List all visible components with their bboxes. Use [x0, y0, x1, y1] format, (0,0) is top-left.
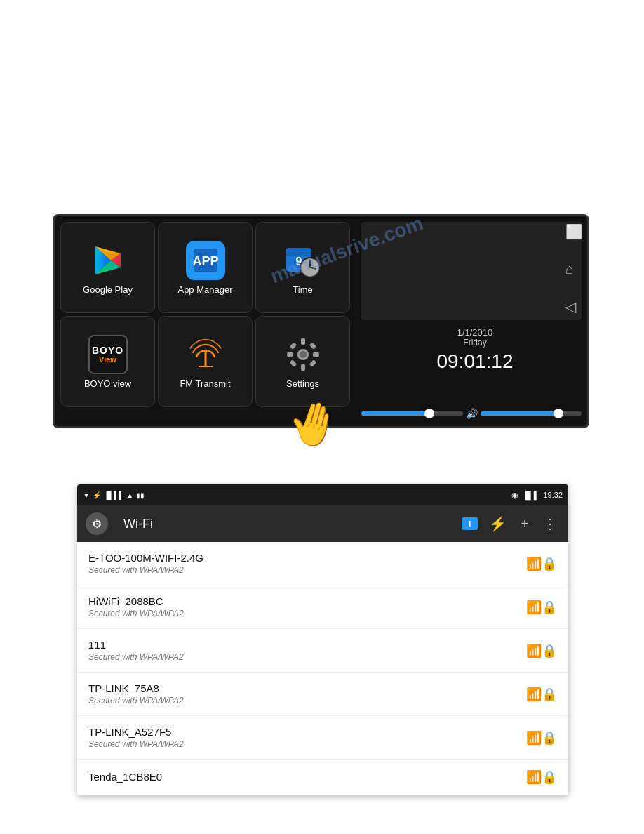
settings-label: Settings: [286, 378, 319, 389]
wifi-toggle-button[interactable]: I: [462, 517, 478, 530]
wifi-status-icon: ▼: [83, 491, 90, 499]
wifi-network-info: Tenda_1CB8E0: [88, 771, 162, 784]
wifi-signal-locked-icon: 📶🔒: [526, 643, 557, 658]
date-display: 1/1/2010: [368, 327, 582, 338]
fm-transmit-icon: [186, 335, 225, 374]
volume-track-right: [481, 411, 582, 416]
status-bar: ▼ ⚡ ▐▌▌▌ ▲ ▮▮ ◉ ▐▌▌ 19:32: [77, 484, 568, 505]
svg-rect-21: [287, 352, 293, 357]
svg-rect-22: [313, 352, 319, 357]
wifi-network-info: TP-LINK_A527F5 Secured with WPA/WPA2: [88, 726, 184, 749]
svg-point-16: [203, 349, 207, 352]
wifi-settings-gear-icon: ⚙: [92, 517, 102, 531]
svg-rect-25: [289, 359, 297, 367]
svg-rect-20: [301, 364, 305, 371]
time-label: Time: [293, 284, 312, 295]
svg-rect-19: [301, 338, 305, 345]
wifi-signal-locked-icon: 📶🔒: [526, 730, 557, 746]
status-bar-right: ◉ ▐▌▌ 19:32: [511, 491, 563, 500]
wifi-network-item[interactable]: Tenda_1CB8E0 📶🔒: [77, 760, 568, 795]
boyo-view-label: BOYO view: [84, 378, 131, 389]
add-network-button[interactable]: +: [518, 513, 532, 535]
wifi-network-name: E-TOO-100M-WIFI-2.4G: [88, 552, 203, 564]
volume-bar[interactable]: 🔊: [361, 408, 582, 419]
wifi-network-name: Tenda_1CB8E0: [88, 771, 162, 783]
wifi-network-item[interactable]: HiWiFi_2088BC Secured with WPA/WPA2 📶🔒: [77, 585, 568, 629]
wifi-network-security: Secured with WPA/WPA2: [88, 739, 184, 749]
wifi-signal-locked-icon: 📶🔒: [526, 687, 557, 702]
day-display: Friday: [368, 338, 582, 348]
wifi-signal-locked-icon: 📶🔒: [526, 600, 557, 615]
video-preview: [361, 222, 582, 320]
wifi-network-item[interactable]: TP-LINK_A527F5 Secured with WPA/WPA2 📶🔒: [77, 716, 568, 760]
nav-back-button[interactable]: ◁: [565, 298, 583, 315]
home-button[interactable]: ⌂: [565, 261, 583, 277]
usb-status-icon: ⚡: [93, 491, 101, 499]
wifi-network-security: Secured with WPA/WPA2: [88, 696, 184, 706]
wifi-network-info: 111 Secured with WPA/WPA2: [88, 639, 184, 662]
wifi-network-info: E-TOO-100M-WIFI-2.4G Secured with WPA/WP…: [88, 552, 203, 575]
app-grid: Google Play APP App Manager: [55, 216, 356, 426]
google-play-label: Google Play: [83, 284, 133, 295]
date-time-panel: 1/1/2010 Friday 09:01:12: [361, 320, 582, 373]
car-right-panel: ⬜ ⌂ ◁ 1/1/2010 Friday 09:01:12 🔊: [356, 216, 587, 426]
wifi-screen: ▼ ⚡ ▐▌▌▌ ▲ ▮▮ ◉ ▐▌▌ 19:32 ⚙ Wi-Fi I ⚡ + …: [77, 484, 568, 795]
wifi-network-security: Secured with WPA/WPA2: [88, 609, 184, 618]
wifi-network-item[interactable]: TP-LINK_75A8 Secured with WPA/WPA2 📶🔒: [77, 673, 568, 716]
svg-text:APP: APP: [192, 254, 218, 268]
volume-knob-left: [424, 409, 434, 418]
app-manager-icon: APP: [186, 241, 225, 280]
app-manager-tile[interactable]: APP App Manager: [158, 222, 253, 313]
volume-icon: 🔊: [466, 408, 478, 419]
wifi-signal-locked-icon: 📶🔒: [526, 769, 557, 785]
volume-knob-right: [554, 409, 563, 418]
wifi-network-item[interactable]: 111 Secured with WPA/WPA2 📶🔒: [77, 629, 568, 673]
app-manager-label: App Manager: [177, 284, 232, 295]
svg-point-18: [300, 351, 307, 358]
fm-transmit-tile[interactable]: FM Transmit: [158, 316, 253, 407]
wifi-network-info: TP-LINK_75A8 Secured with WPA/WPA2: [88, 682, 184, 706]
svg-rect-24: [309, 342, 316, 350]
more-options-button[interactable]: ⋮: [540, 512, 560, 535]
car-head-unit: Google Play APP App Manager: [53, 214, 589, 428]
time-tile[interactable]: 9 Time: [255, 222, 350, 313]
wifi-network-security: Secured with WPA/WPA2: [88, 652, 184, 662]
wifi-network-name: 111: [88, 639, 184, 651]
svg-rect-26: [309, 359, 316, 367]
wifi-header: ⚙ Wi-Fi I ⚡ + ⋮: [77, 505, 568, 542]
wifi-gear-bg: ⚙: [86, 512, 108, 535]
wifi-network-name: TP-LINK_75A8: [88, 682, 184, 694]
wifi-title: Wi-Fi: [123, 517, 453, 531]
wifi-network-name: HiWiFi_2088BC: [88, 595, 184, 607]
wifi-network-list: E-TOO-100M-WIFI-2.4G Secured with WPA/WP…: [77, 542, 568, 795]
gps-icon: ◉: [511, 491, 518, 500]
status-time: 19:32: [543, 491, 563, 499]
signal-bars-icon: ▐▌▌▌: [104, 491, 123, 499]
settings-tile[interactable]: Settings: [255, 316, 350, 407]
svg-rect-23: [289, 342, 297, 350]
battery-icon: ▮▮: [136, 491, 145, 499]
time-display: 09:01:12: [368, 350, 582, 373]
car-nav-buttons: ⬜ ⌂ ◁: [565, 223, 583, 315]
wifi-network-security: Secured with WPA/WPA2: [88, 565, 203, 575]
boyo-view-tile[interactable]: BOYO View BOYO view: [60, 316, 155, 407]
wifi-signal-locked-icon: 📶🔒: [526, 556, 557, 571]
volume-fill-left: [361, 411, 427, 416]
google-play-tile[interactable]: Google Play: [60, 222, 155, 313]
back-button[interactable]: ⬜: [565, 223, 583, 240]
volume-track-left: [361, 411, 463, 416]
fm-transmit-label: FM Transmit: [180, 378, 230, 389]
status-bar-left: ▼ ⚡ ▐▌▌▌ ▲ ▮▮: [83, 491, 145, 499]
flash-icon-button[interactable]: ⚡: [486, 512, 509, 535]
volume-fill-right: [481, 411, 556, 416]
triangle-icon: ▲: [126, 491, 133, 499]
wifi-network-info: HiWiFi_2088BC Secured with WPA/WPA2: [88, 595, 184, 618]
settings-app-icon: [283, 335, 323, 374]
time-icon: 9: [283, 241, 323, 280]
signal-strength: ▐▌▌: [523, 491, 539, 499]
wifi-network-item[interactable]: E-TOO-100M-WIFI-2.4G Secured with WPA/WP…: [77, 542, 568, 585]
boyo-view-icon: BOYO View: [88, 335, 128, 374]
wifi-network-name: TP-LINK_A527F5: [88, 726, 184, 738]
google-play-icon: [88, 241, 128, 280]
